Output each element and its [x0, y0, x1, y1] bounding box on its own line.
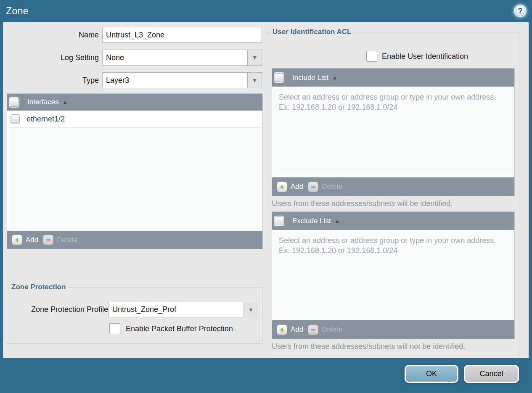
dropdown-arrow-glyph: ▼: [252, 77, 258, 84]
minus-icon: −: [308, 324, 318, 335]
interfaces-table-header: Interfaces ▲: [7, 94, 262, 111]
interface-row-checkbox[interactable]: [11, 114, 20, 124]
include-list-caption: Users from these addresses/subnets will …: [272, 199, 453, 208]
sort-ascending-icon[interactable]: ▲: [63, 99, 68, 105]
include-list-column-header[interactable]: Include List: [292, 74, 328, 82]
chevron-down-icon[interactable]: ▼: [248, 50, 262, 65]
ok-button-label: OK: [426, 369, 437, 378]
add-interface-button[interactable]: + Add: [12, 235, 38, 245]
exclude-list-body[interactable]: Select an address or address group or ty…: [272, 230, 514, 320]
interfaces-table-body: ethernet1/2: [7, 111, 262, 231]
header-checkbox-cell: [7, 94, 21, 111]
exclude-list-placeholder: Select an address or address group or ty…: [272, 230, 514, 261]
sort-ascending-icon[interactable]: ▲: [332, 75, 337, 81]
zone-protection-profile-value: Untrust_Zone_Prof: [109, 302, 244, 317]
include-list-footer: + Add − Delete: [272, 177, 514, 196]
include-list-header: Include List ▲: [272, 69, 514, 87]
plus-glyph: +: [280, 183, 284, 191]
minus-glyph: −: [311, 326, 315, 334]
select-all-exclude-checkbox[interactable]: [275, 216, 283, 225]
enable-packet-buffer-protection-label: Enable Packet Buffer Protection: [126, 323, 233, 335]
ok-button[interactable]: OK: [405, 365, 458, 383]
enable-user-identification-label: Enable User Identification: [382, 51, 468, 62]
zone-dialog-window: Zone ? Name Log Setting None ▼ Type Laye…: [0, 0, 532, 393]
add-exclude-button[interactable]: + Add: [277, 324, 303, 335]
name-label: Name: [6, 27, 99, 43]
dropdown-arrow-glyph: ▼: [248, 306, 254, 313]
log-setting-label: Log Setting: [6, 50, 99, 66]
header-checkbox-cell: [272, 212, 286, 230]
plus-glyph: +: [280, 326, 284, 334]
add-include-button[interactable]: + Add: [277, 182, 303, 192]
page-title: Zone: [0, 5, 29, 17]
include-list-body[interactable]: Select an address or address group or ty…: [272, 87, 514, 177]
chevron-down-icon[interactable]: ▼: [244, 302, 258, 317]
title-bar: Zone: [0, 0, 532, 22]
exclude-list-table: Exclude List ▲ Select an address or addr…: [272, 211, 515, 339]
interfaces-table: Interfaces ▲ ethernet1/2 + Add − Delete: [7, 93, 263, 249]
interfaces-column-header[interactable]: Interfaces: [27, 98, 59, 106]
zone-protection-legend: Zone Protection: [9, 283, 68, 291]
name-field[interactable]: [102, 27, 262, 43]
delete-include-button[interactable]: − Delete: [308, 182, 342, 192]
minus-icon: −: [308, 182, 318, 192]
minus-icon: −: [43, 235, 53, 245]
type-label: Type: [6, 72, 99, 88]
plus-glyph: +: [15, 236, 19, 244]
select-all-interfaces-checkbox[interactable]: [10, 98, 19, 107]
cancel-button[interactable]: Cancel: [464, 365, 519, 383]
delete-exclude-button[interactable]: − Delete: [308, 324, 342, 335]
user-identification-acl-section: User Identification ACL Enable User Iden…: [268, 28, 519, 355]
question-mark-glyph: ?: [518, 7, 523, 16]
dropdown-arrow-glyph: ▼: [252, 54, 258, 61]
select-all-include-checkbox[interactable]: [275, 73, 283, 82]
interface-name: ethernet1/2: [26, 115, 65, 124]
table-row[interactable]: ethernet1/2: [7, 111, 262, 128]
plus-icon: +: [277, 182, 287, 192]
zone-protection-profile-select[interactable]: Untrust_Zone_Prof ▼: [109, 302, 258, 317]
enable-packet-buffer-protection-checkbox[interactable]: [109, 323, 120, 334]
minus-glyph: −: [311, 183, 315, 191]
log-setting-select[interactable]: None ▼: [102, 50, 262, 66]
header-checkbox-cell: [272, 69, 286, 87]
exclude-list-header: Exclude List ▲: [272, 212, 514, 230]
include-list-table: Include List ▲ Select an address or addr…: [272, 68, 515, 196]
delete-label: Delete: [57, 236, 77, 244]
sort-ascending-icon[interactable]: ▲: [335, 218, 340, 224]
delete-interface-button[interactable]: − Delete: [43, 235, 77, 245]
add-label: Add: [291, 182, 303, 191]
dialog-body: Name Log Setting None ▼ Type Layer3 ▼ In…: [3, 22, 529, 358]
user-identification-acl-legend: User Identification ACL: [270, 28, 354, 36]
log-setting-value: None: [103, 50, 248, 65]
zone-protection-section: Zone Protection Zone Protection Profile …: [7, 283, 262, 344]
cancel-button-label: Cancel: [479, 369, 503, 378]
exclude-list-column-header[interactable]: Exclude List: [292, 217, 331, 225]
plus-icon: +: [12, 235, 22, 245]
enable-user-identification-checkbox[interactable]: [366, 51, 377, 62]
interfaces-table-footer: + Add − Delete: [7, 231, 262, 249]
exclude-list-footer: + Add − Delete: [272, 320, 514, 339]
type-select[interactable]: Layer3 ▼: [102, 72, 262, 88]
type-value: Layer3: [103, 73, 248, 88]
delete-label: Delete: [322, 325, 342, 334]
include-list-placeholder: Select an address or address group or ty…: [272, 87, 514, 118]
delete-label: Delete: [322, 182, 342, 191]
add-label: Add: [26, 236, 38, 244]
zone-protection-profile-label: Zone Protection Profile: [11, 302, 108, 317]
chevron-down-icon[interactable]: ▼: [248, 73, 262, 88]
minus-glyph: −: [46, 236, 50, 244]
add-label: Add: [291, 325, 303, 334]
help-icon[interactable]: ?: [514, 5, 527, 17]
exclude-list-caption: Users from these addresses/subnets will …: [272, 342, 465, 351]
plus-icon: +: [277, 324, 287, 335]
